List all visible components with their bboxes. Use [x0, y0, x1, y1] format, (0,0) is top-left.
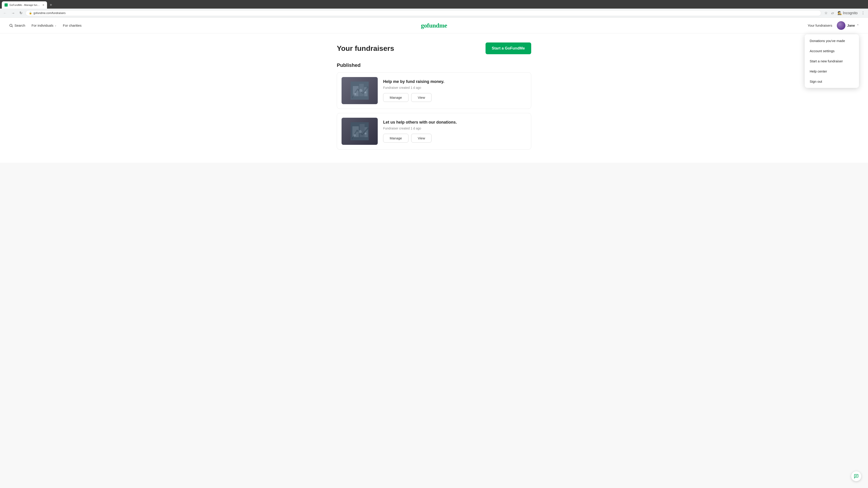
- tab-title: GoFundMe - Manage fundraise...: [9, 4, 41, 6]
- main-content: Your fundraisers Start a GoFundMe Publis…: [332, 33, 536, 163]
- view-button[interactable]: View: [411, 93, 432, 102]
- forward-button[interactable]: →: [10, 10, 16, 16]
- browser-chrome: GoFundMe - Manage fundraise... × +: [0, 0, 868, 8]
- your-fundraisers-link[interactable]: Your fundraisers: [808, 24, 832, 27]
- dropdown-item-account-settings[interactable]: Account settings: [805, 46, 859, 56]
- incognito-label: Incognito: [843, 11, 858, 15]
- user-avatar: [837, 21, 845, 30]
- tab-bar: GoFundMe - Manage fundraise... × +: [2, 1, 866, 8]
- fundraiser-card: Let us help others with our donations. F…: [337, 113, 531, 150]
- fundraiser-image: [342, 118, 378, 145]
- fundraiser-meta: Fundraiser created 1 d ago: [383, 127, 526, 130]
- chat-icon: [854, 474, 859, 479]
- search-icon: [9, 24, 13, 28]
- bookmark-button[interactable]: ☆: [823, 10, 829, 16]
- svg-point-18: [365, 133, 366, 134]
- nav-left: Search For individuals ⌄ For charities: [9, 24, 82, 28]
- published-section-title: Published: [337, 62, 531, 68]
- view-button[interactable]: View: [411, 134, 432, 142]
- svg-point-17: [359, 130, 362, 133]
- site-logo[interactable]: gofundme: [421, 22, 447, 29]
- address-bar[interactable]: 🔒 gofundme.com/fundraisers: [26, 10, 821, 16]
- fundraiser-thumbnail-2: [350, 122, 369, 140]
- page-title: Your fundraisers: [337, 44, 394, 53]
- dropdown-item-donations[interactable]: Donations you've made: [805, 36, 859, 46]
- incognito-button[interactable]: 🕵 Incognito: [836, 10, 859, 16]
- search-label: Search: [14, 24, 25, 27]
- fundraiser-card: Help me by fund raising money. Fundraise…: [337, 72, 531, 109]
- back-button[interactable]: ←: [2, 10, 8, 16]
- fundraiser-actions: Manage View: [383, 134, 526, 142]
- svg-point-10: [364, 92, 366, 93]
- svg-line-2: [12, 26, 12, 27]
- manage-button[interactable]: Manage: [383, 134, 408, 142]
- dropdown-item-sign-out[interactable]: Sign out: [805, 76, 859, 87]
- svg-point-8: [354, 93, 356, 95]
- fundraiser-title: Let us help others with our donations.: [383, 120, 526, 125]
- svg-point-0: [5, 4, 7, 6]
- url-text: gofundme.com/fundraisers: [33, 11, 66, 15]
- user-menu-trigger[interactable]: Jane ⌃ Donations you've made Account set…: [837, 21, 859, 30]
- for-individuals-nav[interactable]: For individuals ⌄: [32, 24, 57, 27]
- new-tab-button[interactable]: +: [48, 1, 54, 8]
- tab-close-button[interactable]: ×: [42, 3, 44, 6]
- fundraiser-info: Help me by fund raising money. Fundraise…: [383, 79, 526, 102]
- active-tab[interactable]: GoFundMe - Manage fundraise... ×: [2, 1, 47, 8]
- fundraiser-actions: Manage View: [383, 93, 526, 102]
- svg-point-9: [359, 89, 362, 92]
- page-content: Search For individuals ⌄ For charities g…: [0, 18, 868, 163]
- more-menu-button[interactable]: ⋮: [860, 10, 866, 16]
- user-name-label: Jane: [847, 24, 855, 27]
- chat-widget[interactable]: [851, 471, 861, 481]
- tab-favicon: [4, 3, 8, 6]
- logo-text: gofundme: [421, 22, 447, 29]
- user-dropdown-menu: Donations you've made Account settings S…: [805, 34, 859, 88]
- fundraiser-thumbnail: [350, 82, 369, 100]
- for-individuals-label: For individuals: [32, 24, 54, 27]
- fundraiser-image: [342, 77, 378, 104]
- dropdown-item-start-fundraiser[interactable]: Start a new fundraiser: [805, 56, 859, 66]
- dropdown-item-help-center[interactable]: Help center: [805, 66, 859, 76]
- toolbar-actions: ☆ ▱ 🕵 Incognito ⋮: [823, 10, 866, 16]
- start-gofundme-button[interactable]: Start a GoFundMe: [486, 42, 531, 54]
- fundraiser-title: Help me by fund raising money.: [383, 79, 526, 84]
- manage-button[interactable]: Manage: [383, 93, 408, 102]
- split-screen-button[interactable]: ▱: [830, 10, 835, 16]
- nav-right: Your fundraisers Jane ⌃ Donations you've…: [808, 21, 859, 30]
- fundraiser-meta: Fundraiser created 1 d ago: [383, 86, 526, 90]
- fundraiser-info: Let us help others with our donations. F…: [383, 120, 526, 142]
- user-menu-chevron: ⌃: [857, 24, 859, 27]
- browser-toolbar: ← → ↻ 🔒 gofundme.com/fundraisers ☆ ▱ 🕵 I…: [0, 8, 868, 18]
- for-individuals-chevron: ⌄: [55, 24, 57, 27]
- reload-button[interactable]: ↻: [18, 10, 24, 16]
- page-header: Your fundraisers Start a GoFundMe: [337, 42, 531, 54]
- for-charities-label: For charities: [63, 24, 82, 27]
- for-charities-nav[interactable]: For charities: [63, 24, 82, 27]
- lock-icon: 🔒: [29, 11, 32, 14]
- main-nav: Search For individuals ⌄ For charities g…: [0, 18, 868, 33]
- svg-point-16: [353, 134, 356, 136]
- search-link[interactable]: Search: [9, 24, 25, 28]
- avatar-image: [837, 21, 845, 30]
